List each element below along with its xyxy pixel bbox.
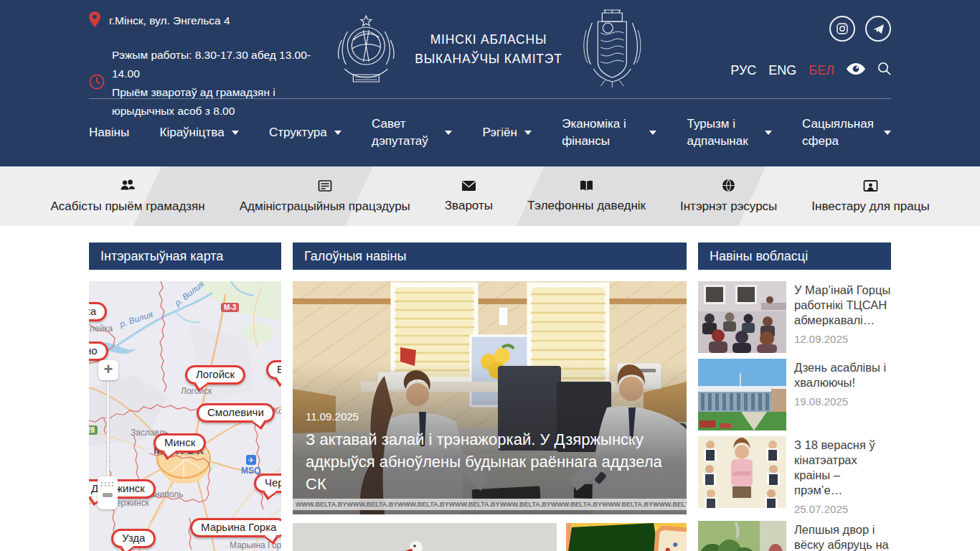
site-header: г.Мінск, вул. Энгельса 4 Рэжым работы: 8… [0,0,980,166]
nav-news[interactable]: Навіны [89,124,129,141]
secondary-news-photo-stork[interactable] [293,523,557,551]
news-thumbnail-village [698,521,786,551]
site-title-line1: МІНСКІ АБЛАСНЫ [415,30,562,50]
region-news-item[interactable]: З 18 верасня ў кінатэатрах краіны – прэм… [698,436,891,515]
map-road-badge-28: 28 [89,425,98,435]
main-news-date: 11.09.2025 [306,410,359,423]
lang-bel[interactable]: БЕЛ [809,63,834,78]
address-text: г.Мінск, вул. Энгельса 4 [109,14,230,27]
quick-link-investor[interactable]: Інвестару для працы [811,179,929,214]
main-news-headline: З актавай залай і трэнажоркай. У Дзяржын… [306,428,672,495]
map-zoom-slider[interactable] [106,382,110,476]
chevron-down-icon [232,131,239,135]
map-balloon-maryina-gorka[interactable]: Марьина Горка [190,518,281,537]
globe-icon [722,179,735,195]
main-news-title: Галоўныя навіны [293,242,687,270]
map-panel-title: Інтэрактыўная карта [89,242,281,270]
chevron-down-icon [765,131,772,135]
chevron-down-icon [445,131,452,135]
quick-link-appeals[interactable]: Звароты [445,180,493,213]
secondary-news-photo-poster[interactable] [566,523,687,551]
nav-council[interactable]: Савет дэпутатаў [372,116,452,150]
main-news-panel: Галоўныя навіны [293,242,687,551]
map-tools-button[interactable] [98,476,118,509]
content: Інтэрактыўная карта [0,242,980,551]
brand: МІНСКІ АБЛАСНЫ ВЫКАНАЎЧЫ КАМІТЭТ [331,9,648,90]
envelope-icon [461,180,476,194]
site-title-line2: ВЫКАНАЎЧЫ КАМІТЭТ [415,50,562,69]
chevron-down-icon [524,131,532,135]
header-top-row: г.Мінск, вул. Энгельса 4 Рэжым работы: 8… [89,0,891,98]
belarus-emblem-icon [331,9,400,90]
secondary-news-row [293,523,687,551]
minsk-region-coat-of-arms-icon [577,9,649,90]
map-balloon-uzda[interactable]: Узда [111,529,156,548]
region-news-item[interactable]: Лепшыя двор і вёску абяруць на Міншчыне [698,521,891,551]
news-item-title: Лепшыя двор і вёску абяруць на Міншчыне [794,522,891,551]
quick-link-internet-resources[interactable]: Інтэрнэт рэсурсы [680,179,777,214]
document-icon [318,179,332,195]
chevron-down-icon [334,131,341,135]
open-book-icon [579,179,594,194]
chevron-down-icon [649,131,656,135]
map-road-badge-m3: М-3 [221,303,239,312]
map-balloon-borisov[interactable]: Борисов [266,360,281,380]
news-item-date: 12.09.2025 [794,333,891,345]
news-item-date: 25.07.2025 [794,503,891,515]
region-news-title: Навіны вобласці [698,242,891,270]
chevron-down-icon [884,131,891,135]
news-thumbnail-building [698,359,786,430]
quick-link-admin-procedures[interactable]: Адміністрацыйныя працэдуры [240,179,410,214]
news-item-title: У Мар’інай Горцы работнікі ТЦСАН абмерка… [794,283,891,328]
quick-link-phone-directory[interactable]: Тэлефонны даведнік [527,179,646,213]
news-item-date: 19.08.2025 [794,395,891,408]
map-zoom-in-button[interactable]: + [98,360,118,380]
nav-leadership[interactable]: Кіраўніцтва [160,124,239,141]
map-airport-msq: ✈ MSQ [241,455,260,476]
nav-region[interactable]: Рэгіён [482,124,531,141]
map-ruler-icon [98,476,118,486]
belta-watermark: WWW.BELTA.BYWWW.BELTA.BYWWW.BELTA.BYWWW.… [293,499,687,510]
region-news-item[interactable]: Дзень асаблівы і хвалюючы! 19.08.2025 [698,359,891,430]
reception-text: Прыём зваротаў ад грамадзян і юрыдычных … [112,83,327,121]
quick-links-bar: Асабісты прыём грамадзян Адміністрацыйны… [0,166,980,226]
lang-rus[interactable]: РУС [730,63,756,78]
news-item-title: З 18 верасня ў кінатэатрах краіны – прэм… [794,438,891,498]
header-utilities: РУС ENG БЕЛ [730,0,891,79]
search-icon[interactable] [877,62,891,79]
news-item-title: Дзень асаблівы і хвалюючы! [794,360,891,390]
person-card-icon [863,179,878,195]
nav-structure[interactable]: Структура [269,124,341,141]
accessibility-eye-icon[interactable] [847,63,865,78]
map-balloon-molodechno[interactable]: Молодечно [89,342,108,361]
lang-eng[interactable]: ENG [768,63,796,78]
header-divider [89,98,891,99]
nav-social[interactable]: Сацыяльная сфера [802,116,891,150]
map-balloon-cherven[interactable]: Червень [254,474,281,493]
site-title: МІНСКІ АБЛАСНЫ ВЫКАНАЎЧЫ КАМІТЭТ [415,30,562,69]
work-hours-text: Рэжым работы: 8.30-17.30 абед 13.00-14.0… [112,46,327,83]
nav-tourism[interactable]: Турызм і адпачынак [687,116,772,150]
region-news-panel: Навіны вобласці [698,242,891,551]
main-news-article[interactable]: 11.09.2025 З актавай залай і трэнажоркай… [293,281,687,514]
nav-economy[interactable]: Эканоміка і фінансы [562,116,656,150]
map-panel: Інтэрактыўная карта [89,242,281,551]
contact-block: г.Мінск, вул. Энгельса 4 Рэжым работы: 8… [89,11,327,121]
telegram-button[interactable] [865,16,891,42]
map-town-label: Вилейка [89,324,113,334]
news-thumbnail-meeting [698,281,786,353]
people-icon [120,179,136,195]
region-news-item[interactable]: У Мар’інай Горцы работнікі ТЦСАН абмерка… [698,281,891,353]
instagram-button[interactable] [829,16,855,42]
map-zoom-out-icon [103,493,113,497]
news-thumbnail-movie [698,436,786,508]
quick-link-personal-reception[interactable]: Асабісты прыём грамадзян [50,179,204,214]
clock-icon [89,74,105,93]
map-balloon-logoysk[interactable]: Логойск [185,365,245,385]
map-balloon-smolevichi[interactable]: Смолевичи [197,403,275,423]
map-balloon-minsk[interactable]: Минск [154,433,206,453]
location-pin-icon [89,11,100,30]
airport-plane-icon: ✈ [246,455,256,465]
interactive-map[interactable]: Вилейка р. Вилия р. Вилия М-3 28 Логойск… [89,281,281,551]
